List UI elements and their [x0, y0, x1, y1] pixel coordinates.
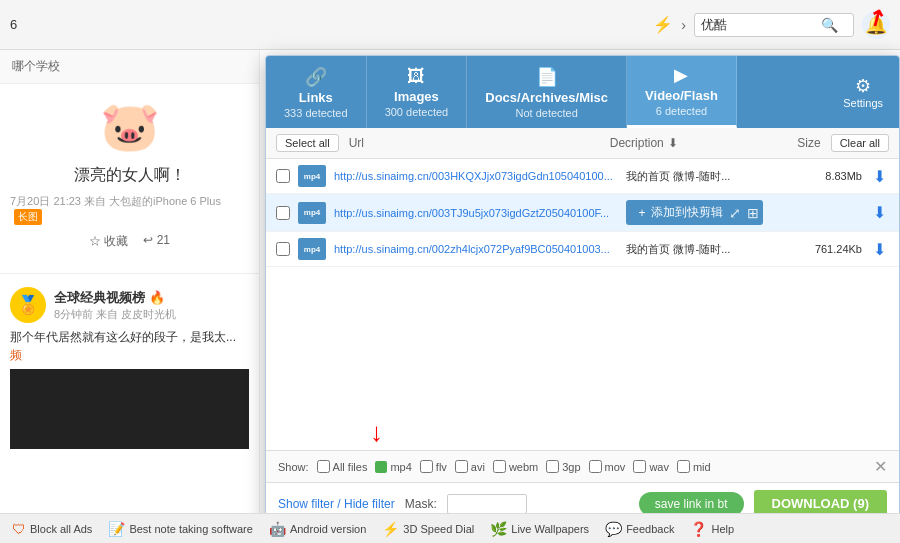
- clip-icon-group: ⤢ ⊞ 🔗 ⬆ ⚙: [729, 205, 763, 221]
- tab-images[interactable]: 🖼 Images 300 detected: [367, 56, 468, 128]
- row-download-btn-1[interactable]: ⬇: [870, 166, 889, 187]
- weibo-sidebar: 哪个学校 🐷 漂亮的女人啊！ 7月20日 21:23 来自 大包超的iPhone…: [0, 50, 260, 543]
- android-icon: 🤖: [269, 521, 286, 537]
- status-wallpaper-label: Live Wallpapers: [511, 523, 589, 535]
- filter-bar: Show: All files mp4 flv avi webm: [266, 450, 899, 482]
- show-filter-link[interactable]: Show filter / Hide filter: [278, 497, 395, 511]
- row-checkbox-2[interactable]: [276, 206, 290, 220]
- table-header: Select all Url Decription ⬇ Size Clear a…: [266, 128, 899, 159]
- row-size-3: 761.24Kb: [771, 243, 862, 255]
- tab-video-label: Video/Flash: [645, 88, 718, 103]
- weibo-avatar: 🏅: [10, 287, 46, 323]
- wallpaper-icon: 🌿: [490, 521, 507, 537]
- browser-bar: 6 ⚡ › 🔍 🔔 ↗: [0, 0, 900, 50]
- tab-settings[interactable]: ⚙ Settings: [827, 56, 899, 128]
- close-filter-button[interactable]: ✕: [874, 457, 887, 476]
- tab-video[interactable]: ▶ Video/Flash 6 detected: [627, 56, 737, 128]
- status-note[interactable]: 📝 Best note taking software: [108, 521, 253, 537]
- status-android[interactable]: 🤖 Android version: [269, 521, 366, 537]
- filter-mov[interactable]: mov: [589, 460, 626, 473]
- settings-label: Settings: [843, 97, 883, 109]
- status-help[interactable]: ❓ Help: [690, 521, 734, 537]
- video-icon: ▶: [674, 64, 688, 86]
- shield-icon: 🛡: [12, 521, 26, 537]
- filter-mp4[interactable]: mp4: [375, 461, 411, 473]
- youku-search-box[interactable]: 🔍: [694, 13, 854, 37]
- select-all-button[interactable]: Select all: [276, 134, 339, 152]
- weibo-post2-info: 全球经典视频榜 🔥 8分钟前 来自 皮皮时光机: [54, 289, 176, 322]
- weibo-collect[interactable]: ☆ 收藏: [89, 233, 128, 250]
- mask-input[interactable]: [447, 494, 527, 514]
- row-checkbox-1[interactable]: [276, 169, 290, 183]
- row-download-btn-3[interactable]: ⬇: [870, 239, 889, 260]
- status-help-label: Help: [711, 523, 734, 535]
- row-desc-2: + 添加到快剪辑 ⤢ ⊞ 🔗 ⬆ ⚙: [626, 200, 763, 225]
- tab-video-count: 6 detected: [656, 105, 707, 117]
- status-speed-label: 3D Speed Dial: [403, 523, 474, 535]
- col-url-header: Url: [349, 136, 600, 150]
- weibo-username: 全球经典视频榜 🔥: [54, 289, 176, 307]
- row-desc-1: 我的首页 微博-随时...: [626, 169, 763, 184]
- search-button[interactable]: 🔍: [821, 17, 838, 33]
- filter-3gp[interactable]: 3gp: [546, 460, 580, 473]
- status-speed-dial[interactable]: ⚡ 3D Speed Dial: [382, 521, 474, 537]
- feedback-icon: 💬: [605, 521, 622, 537]
- filter-all[interactable]: All files: [317, 460, 368, 473]
- tab-docs[interactable]: 📄 Docs/Archives/Misc Not detected: [467, 56, 627, 128]
- filter-mov-checkbox[interactable]: [589, 460, 602, 473]
- filter-webm-checkbox[interactable]: [493, 460, 506, 473]
- clip-icon-expand[interactable]: ⤢: [729, 205, 741, 221]
- row-type-icon-1: mp4: [298, 165, 326, 187]
- filter-avi-checkbox[interactable]: [455, 460, 468, 473]
- clip-icon-copy[interactable]: ⊞: [747, 205, 759, 221]
- status-wallpaper[interactable]: 🌿 Live Wallpapers: [490, 521, 589, 537]
- table-row: mp4 http://us.sinaimg.cn/002zh4lcjx072Py…: [266, 232, 899, 267]
- tab-images-count: 300 detected: [385, 106, 449, 118]
- status-bar: 🛡 Block all Ads 📝 Best note taking softw…: [0, 513, 900, 543]
- settings-gear-icon: ⚙: [855, 75, 871, 97]
- youku-search-input[interactable]: [701, 17, 821, 32]
- weibo-repost[interactable]: ↩ 21: [143, 233, 170, 250]
- col-desc-header: Decription ⬇: [610, 136, 731, 150]
- tab-links[interactable]: 🔗 Links 333 detected: [266, 56, 367, 128]
- weibo-actions: ☆ 收藏 ↩ 21: [89, 233, 170, 250]
- row-download-btn-2[interactable]: ⬇: [870, 202, 889, 223]
- status-feedback[interactable]: 💬 Feedback: [605, 521, 674, 537]
- filter-flv-checkbox[interactable]: [420, 460, 433, 473]
- filter-mid-checkbox[interactable]: [677, 460, 690, 473]
- filter-wav[interactable]: wav: [633, 460, 669, 473]
- help-icon: ❓: [690, 521, 707, 537]
- filter-flv[interactable]: flv: [420, 460, 447, 473]
- status-feedback-label: Feedback: [626, 523, 674, 535]
- images-icon: 🖼: [407, 66, 425, 87]
- filter-all-checkbox[interactable]: [317, 460, 330, 473]
- row-url-1[interactable]: http://us.sinaimg.cn/003HKQXJjx073igdGdn…: [334, 170, 618, 182]
- weibo-school-bar: 哪个学校: [0, 50, 259, 84]
- add-clip-bar: + 添加到快剪辑 ⤢ ⊞ 🔗 ⬆ ⚙: [626, 200, 763, 225]
- weibo-post2: 🏅 全球经典视频榜 🔥 8分钟前 来自 皮皮时光机 那个年代居然就有这么好的段子…: [0, 282, 259, 454]
- filter-mid[interactable]: mid: [677, 460, 711, 473]
- row-size-1: 8.83Mb: [771, 170, 862, 182]
- save-link-button[interactable]: save link in bt: [639, 492, 744, 516]
- weibo-post2-header: 🏅 全球经典视频榜 🔥 8分钟前 来自 皮皮时光机: [10, 287, 249, 323]
- filter-show-label: Show:: [278, 461, 309, 473]
- filter-wav-checkbox[interactable]: [633, 460, 646, 473]
- table-row: mp4 http://us.sinaimg.cn/003TJ9u5jx073ig…: [266, 194, 899, 232]
- tab-docs-label: Docs/Archives/Misc: [485, 90, 608, 105]
- status-block-ads[interactable]: 🛡 Block all Ads: [12, 521, 92, 537]
- status-note-label: Best note taking software: [129, 523, 253, 535]
- row-url-2[interactable]: http://us.sinaimg.cn/003TJ9u5jx073igdGzt…: [334, 207, 618, 219]
- clear-all-button[interactable]: Clear all: [831, 134, 889, 152]
- weibo-post2-link[interactable]: 频: [10, 346, 249, 364]
- weibo-post2-thumb: [10, 369, 249, 449]
- tab-images-label: Images: [394, 89, 439, 104]
- row-url-3[interactable]: http://us.sinaimg.cn/002zh4lcjx072Pyaf9B…: [334, 243, 618, 255]
- browser-tab-label: 6: [10, 17, 653, 32]
- filter-webm[interactable]: webm: [493, 460, 538, 473]
- download-manager: 🔗 Links 333 detected 🖼 Images 300 detect…: [265, 55, 900, 525]
- filter-avi[interactable]: avi: [455, 460, 485, 473]
- row-checkbox-3[interactable]: [276, 242, 290, 256]
- col-size-header: Size: [740, 136, 820, 150]
- filter-3gp-checkbox[interactable]: [546, 460, 559, 473]
- nav-arrow-icon: ›: [681, 17, 686, 33]
